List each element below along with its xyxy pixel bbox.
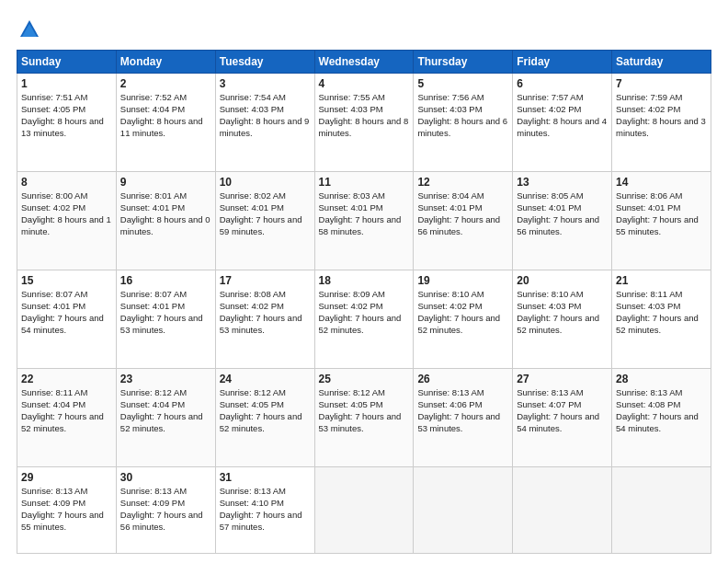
day-number: 28 [616,372,707,386]
day-number: 5 [417,76,508,91]
week-row-4: 22Sunrise: 8:11 AMSunset: 4:04 PMDayligh… [17,369,711,467]
calendar-table: SundayMondayTuesdayWednesdayThursdayFrid… [17,50,711,554]
day-number: 21 [616,273,707,288]
sunset: Sunset: 4:10 PM [220,498,311,510]
sunrise: Sunrise: 8:12 AM [319,387,410,399]
sunset: Sunset: 4:01 PM [21,301,112,313]
week-row-2: 8Sunrise: 8:00 AMSunset: 4:02 PMDaylight… [17,172,711,270]
day-number: 22 [21,372,112,386]
calendar-cell [314,467,414,554]
daylight: Daylight: 7 hours and 53 minutes. [220,313,311,337]
sunset: Sunset: 4:01 PM [417,202,508,214]
calendar-cell: 30Sunrise: 8:13 AMSunset: 4:09 PMDayligh… [116,467,215,554]
sunset: Sunset: 4:01 PM [120,301,211,313]
day-number: 14 [616,175,707,190]
calendar-cell: 7Sunrise: 7:59 AMSunset: 4:02 PMDaylight… [612,74,711,172]
sunset: Sunset: 4:04 PM [120,399,211,411]
day-number: 6 [517,76,608,91]
calendar-cell: 25Sunrise: 8:12 AMSunset: 4:05 PMDayligh… [314,369,414,467]
daylight: Daylight: 7 hours and 52 minutes. [517,313,608,337]
sunset: Sunset: 4:02 PM [616,104,707,116]
daylight: Daylight: 7 hours and 53 minutes. [417,411,508,435]
sunset: Sunset: 4:03 PM [417,104,508,116]
sunrise: Sunrise: 8:10 AM [417,289,508,301]
calendar-cell: 15Sunrise: 8:07 AMSunset: 4:01 PMDayligh… [17,270,117,369]
calendar-cell: 28Sunrise: 8:13 AMSunset: 4:08 PMDayligh… [612,369,711,467]
day-number: 7 [616,76,707,91]
sunset: Sunset: 4:01 PM [616,202,707,214]
day-header-thursday: Thursday [414,51,513,74]
sunrise: Sunrise: 8:04 AM [417,190,508,202]
day-number: 9 [120,175,211,190]
day-number: 24 [220,372,311,386]
sunset: Sunset: 4:06 PM [417,399,508,411]
calendar-cell: 29Sunrise: 8:13 AMSunset: 4:09 PMDayligh… [17,467,117,554]
calendar-cell: 11Sunrise: 8:03 AMSunset: 4:01 PMDayligh… [314,172,414,270]
sunrise: Sunrise: 8:12 AM [220,387,311,399]
daylight: Daylight: 8 hours and 8 minutes. [319,116,410,140]
day-number: 16 [120,273,211,288]
calendar-cell: 8Sunrise: 8:00 AMSunset: 4:02 PMDaylight… [17,172,117,270]
sunrise: Sunrise: 7:51 AM [21,92,112,104]
daylight: Daylight: 7 hours and 56 minutes. [120,510,211,534]
calendar-cell [612,467,711,554]
calendar-cell: 14Sunrise: 8:06 AMSunset: 4:01 PMDayligh… [612,172,711,270]
day-number: 13 [517,175,608,190]
day-number: 17 [220,273,311,288]
daylight: Daylight: 7 hours and 52 minutes. [417,313,508,337]
sunrise: Sunrise: 8:13 AM [417,387,508,399]
sunrise: Sunrise: 8:12 AM [120,387,211,399]
sunrise: Sunrise: 8:13 AM [120,486,211,498]
calendar-cell: 6Sunrise: 7:57 AMSunset: 4:02 PMDaylight… [513,74,612,172]
sunrise: Sunrise: 8:13 AM [517,387,608,399]
calendar-cell [414,467,513,554]
calendar-cell: 5Sunrise: 7:56 AMSunset: 4:03 PMDaylight… [414,74,513,172]
sunrise: Sunrise: 8:07 AM [21,289,112,301]
daylight: Daylight: 7 hours and 54 minutes. [616,411,707,435]
calendar-cell: 22Sunrise: 8:11 AMSunset: 4:04 PMDayligh… [17,369,117,467]
day-number: 15 [21,273,112,288]
sunrise: Sunrise: 8:11 AM [21,387,112,399]
sunset: Sunset: 4:02 PM [417,301,508,313]
calendar-cell: 9Sunrise: 8:01 AMSunset: 4:01 PMDaylight… [116,172,215,270]
sunrise: Sunrise: 7:57 AM [517,92,608,104]
sunset: Sunset: 4:03 PM [517,301,608,313]
daylight: Daylight: 7 hours and 56 minutes. [417,214,508,238]
sunrise: Sunrise: 8:02 AM [220,190,311,202]
header [17,17,711,42]
day-header-sunday: Sunday [17,51,117,74]
calendar-cell: 21Sunrise: 8:11 AMSunset: 4:03 PMDayligh… [612,270,711,369]
sunset: Sunset: 4:05 PM [21,104,112,116]
sunrise: Sunrise: 8:10 AM [517,289,608,301]
day-number: 27 [517,372,608,386]
sunset: Sunset: 4:04 PM [120,104,211,116]
week-row-1: 1Sunrise: 7:51 AMSunset: 4:05 PMDaylight… [17,74,711,172]
calendar-cell: 18Sunrise: 8:09 AMSunset: 4:02 PMDayligh… [314,270,414,369]
day-number: 31 [220,470,311,485]
daylight: Daylight: 7 hours and 52 minutes. [220,411,311,435]
calendar-cell: 26Sunrise: 8:13 AMSunset: 4:06 PMDayligh… [414,369,513,467]
week-row-3: 15Sunrise: 8:07 AMSunset: 4:01 PMDayligh… [17,270,711,369]
day-number: 20 [517,273,608,288]
daylight: Daylight: 7 hours and 53 minutes. [319,411,410,435]
day-number: 30 [120,470,211,485]
day-number: 23 [120,372,211,386]
sunrise: Sunrise: 8:11 AM [616,289,707,301]
sunrise: Sunrise: 8:01 AM [120,190,211,202]
sunset: Sunset: 4:04 PM [21,399,112,411]
sunset: Sunset: 4:07 PM [517,399,608,411]
daylight: Daylight: 7 hours and 57 minutes. [220,510,311,534]
sunset: Sunset: 4:02 PM [517,104,608,116]
sunset: Sunset: 4:05 PM [220,399,311,411]
calendar-cell: 31Sunrise: 8:13 AMSunset: 4:10 PMDayligh… [215,467,314,554]
sunset: Sunset: 4:08 PM [616,399,707,411]
sunrise: Sunrise: 8:06 AM [616,190,707,202]
sunrise: Sunrise: 8:13 AM [220,486,311,498]
sunset: Sunset: 4:09 PM [21,498,112,510]
daylight: Daylight: 8 hours and 0 minutes. [120,214,211,238]
logo-icon [17,17,42,42]
calendar-cell: 3Sunrise: 7:54 AMSunset: 4:03 PMDaylight… [215,74,314,172]
day-number: 18 [319,273,410,288]
sunset: Sunset: 4:03 PM [616,301,707,313]
daylight: Daylight: 8 hours and 3 minutes. [616,116,707,140]
